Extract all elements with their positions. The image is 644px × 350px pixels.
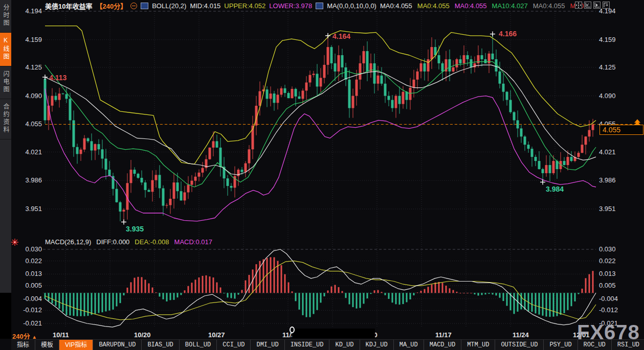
candle-body: [366, 51, 369, 72]
candle-body: [477, 55, 480, 63]
candle-body: [209, 148, 211, 159]
indicator-tab-psy-ud[interactable]: PSY_UD: [544, 340, 578, 350]
sidebar-tab-2[interactable]: K线图: [0, 33, 11, 66]
candle-body: [502, 84, 505, 92]
macd-histogram-bar: [109, 293, 110, 310]
candle-body: [545, 165, 548, 173]
candle-body: [409, 88, 412, 100]
candle-body: [520, 128, 523, 136]
indicator-tab-dmi-ud[interactable]: DMI_UD: [251, 340, 284, 350]
indicator-tab--[interactable]: 模板: [35, 340, 59, 350]
candle-body: [280, 88, 283, 95]
candle-body: [134, 170, 136, 174]
boll-indicator-icon[interactable]: [141, 3, 148, 9]
macd-histogram-bar: [177, 293, 179, 297]
macd-histogram-bar: [55, 293, 57, 306]
indicator-tab-cci-ud[interactable]: CCI_UD: [217, 340, 251, 350]
indicator-tab--[interactable]: 指标: [11, 340, 35, 350]
boll-label: BOLL(20,2): [152, 2, 186, 10]
candle-body: [398, 96, 401, 104]
overlay-box: [292, 329, 375, 338]
sidebar-tab-4[interactable]: 合约资料: [0, 99, 11, 139]
macd-histogram-bar: [156, 292, 157, 293]
macd-histogram-bar: [206, 275, 207, 293]
indicator-tab-macd-ud[interactable]: MACD_UD: [424, 340, 461, 350]
indicator-tab-inside-ud[interactable]: INSIDE_UD: [285, 340, 330, 350]
candle-body: [291, 89, 294, 98]
macd-histogram-bar: [496, 293, 497, 295]
pan-icon[interactable]: [575, 2, 582, 9]
macd-histogram-bar: [592, 271, 594, 293]
candle-body: [538, 161, 541, 169]
macd-histogram-bar: [141, 277, 143, 293]
axis-label: -0.004: [12, 295, 42, 302]
axis-label: 4.159: [12, 36, 42, 43]
indicator-tab-vip-[interactable]: VIP指标: [59, 340, 93, 350]
macd-histogram-bar: [159, 293, 161, 296]
candle-body: [101, 149, 104, 158]
sidebar-tab-1[interactable]: 分时图: [0, 0, 11, 33]
macd-histogram-bar: [181, 293, 182, 295]
macd-settings-icon[interactable]: [11, 239, 18, 248]
indicator-tab-barupdn-ud[interactable]: BARUPDN_UD: [93, 340, 142, 350]
candle-body: [506, 92, 508, 100]
candle-body: [87, 138, 90, 142]
indicator-tab-kdj-ud[interactable]: KDJ_UD: [360, 340, 394, 350]
macd-histogram-bar: [531, 293, 533, 312]
page-forward-icon[interactable]: [603, 2, 610, 9]
candle-body: [413, 80, 415, 88]
macd-histogram-bar: [535, 293, 537, 313]
macd-histogram-bar: [84, 293, 85, 316]
macd-histogram-bar: [191, 283, 193, 293]
axis-label: 4.194: [12, 7, 42, 15]
candle-body: [535, 157, 537, 161]
macd-histogram-bar: [338, 287, 340, 293]
macd-histogram-bar: [102, 293, 103, 312]
candle-body: [91, 141, 93, 150]
macd-histogram-bar: [299, 293, 300, 310]
macd-histogram-bar: [474, 293, 476, 294]
kline-chart-canvas[interactable]: 4.1133.9354.1644.1663.984: [0, 0, 644, 350]
macd-histogram-bar: [395, 293, 397, 304]
price-mark-label: 4.113: [49, 74, 66, 82]
axis-fit-icon[interactable]: [584, 2, 591, 9]
macd-histogram-bar: [442, 283, 443, 293]
indicator-tab-bias-ud[interactable]: BIAS_UD: [142, 340, 179, 350]
axis-label: 3.986: [12, 176, 42, 184]
axis-label: 4.021: [599, 148, 630, 156]
candle-body: [316, 74, 319, 86]
macd-histogram-bar: [585, 278, 587, 293]
candle-body: [248, 149, 251, 163]
axis-label: 0.030: [599, 245, 630, 253]
macd-histogram-bar: [542, 293, 544, 316]
candle-body: [191, 181, 193, 185]
indicator-tab-kd-ud[interactable]: KD_UD: [329, 340, 360, 350]
candle-body: [173, 182, 175, 199]
indicator-tab-outside-ud[interactable]: OUTSIDE_UD: [495, 340, 544, 350]
auto-scroll-icon[interactable]: [593, 2, 601, 9]
candle-body: [155, 175, 158, 180]
sidebar-tab-3[interactable]: 闪电图: [0, 66, 11, 99]
macd-histogram-bar: [198, 277, 200, 293]
candle-body: [166, 205, 168, 205]
ma-indicator-icon[interactable]: [316, 3, 323, 9]
indicator-tab-ma-ud[interactable]: MA_UD: [394, 340, 424, 350]
candle-body: [58, 94, 61, 100]
collapse-indicator-icon[interactable]: [130, 3, 137, 9]
candle-body: [499, 72, 501, 84]
candle-body: [108, 170, 111, 176]
indicator-tab-boll-ud[interactable]: BOLL_UD: [180, 340, 217, 350]
macd-histogram-bar: [52, 293, 53, 304]
macd-histogram-bar: [98, 293, 100, 313]
macd-histogram-bar: [331, 287, 332, 293]
sidebar: 分时图K线图闪电图合约资料: [0, 0, 11, 339]
macd-histogram-bar: [589, 274, 590, 293]
macd-histogram-bar: [77, 293, 78, 316]
period-badge[interactable]: 【240分】: [96, 1, 127, 11]
macd-histogram-bar: [249, 275, 250, 293]
candle-body: [80, 150, 82, 154]
candle-body: [162, 189, 165, 206]
indicator-tab-mtm-ud[interactable]: MTM_UD: [461, 340, 495, 350]
macd-histogram-bar: [352, 293, 354, 307]
candle-body: [69, 99, 72, 120]
